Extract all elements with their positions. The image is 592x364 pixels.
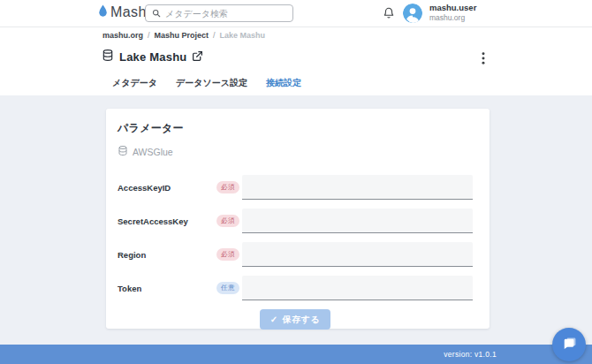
parameters-card: パラメーター AWSGlue AccessKeyID 必須 SecretAcce…	[106, 109, 490, 329]
notifications-button[interactable]	[381, 6, 397, 22]
breadcrumb-item-org[interactable]: mashu.org	[102, 31, 143, 40]
water-drop-icon	[98, 4, 108, 20]
field-label: Token	[118, 284, 216, 293]
footer-bar: version: v1.0.1	[0, 345, 592, 364]
chat-bubble-icon	[561, 335, 578, 355]
breadcrumb-separator: /	[148, 31, 150, 40]
required-badge: 必須	[216, 181, 239, 193]
field-row-region: Region 必須	[118, 242, 473, 267]
save-row: ✓ 保存する	[118, 309, 473, 330]
user-avatar[interactable]	[403, 4, 422, 23]
breadcrumb-separator: /	[213, 31, 216, 40]
page-title: Lake Mashu	[119, 50, 186, 64]
secretaccesskey-input[interactable]	[242, 209, 473, 233]
database-icon	[118, 144, 128, 160]
save-button-label: 保存する	[283, 314, 320, 326]
kebab-icon	[482, 52, 485, 64]
datasource-row: AWSGlue	[118, 144, 473, 160]
tab-datasource-settings[interactable]: データソース設定	[176, 74, 247, 96]
tab-connection-settings[interactable]: 接続設定	[266, 74, 301, 96]
external-link-icon[interactable]	[192, 49, 203, 65]
user-name: mashu.user	[429, 4, 476, 13]
bell-icon	[383, 6, 395, 23]
tab-bar: メタデータ データソース設定 接続設定	[112, 74, 301, 96]
content-area: パラメーター AWSGlue AccessKeyID 必須 SecretAcce…	[0, 95, 592, 345]
field-row-secretaccesskey: SecretAccessKey 必須	[118, 209, 473, 233]
search-icon	[152, 5, 161, 21]
field-label: SecretAccessKey	[118, 216, 216, 226]
field-row-accesskeyid: AccessKeyID 必須	[118, 175, 473, 200]
breadcrumb-item-project[interactable]: Mashu Project	[155, 31, 209, 40]
optional-badge: 任意	[216, 282, 239, 294]
datasource-name: AWSGlue	[133, 147, 173, 157]
metadata-search	[145, 4, 293, 22]
app-window: Mashu mashu.user mashu.org mashu.or	[0, 0, 592, 364]
breadcrumb: mashu.org / Mashu Project / Lake Mashu	[0, 27, 592, 43]
check-icon: ✓	[270, 315, 278, 324]
field-row-token: Token 任意	[118, 276, 473, 300]
region-input[interactable]	[242, 242, 473, 267]
token-input[interactable]	[242, 276, 473, 300]
field-label: Region	[118, 250, 216, 260]
page-title-row: Lake Mashu	[102, 49, 203, 65]
card-heading: パラメーター	[118, 121, 473, 136]
required-badge: 必須	[216, 248, 239, 261]
tab-metadata[interactable]: メタデータ	[112, 74, 157, 96]
search-input[interactable]	[165, 9, 286, 19]
required-badge: 必須	[216, 215, 239, 227]
person-icon	[403, 4, 422, 23]
form-fields: AccessKeyID 必須 SecretAccessKey 必須 Region…	[118, 175, 473, 300]
user-org: mashu.org	[429, 14, 476, 23]
field-label: AccessKeyID	[118, 183, 216, 193]
user-info[interactable]: mashu.user mashu.org	[429, 4, 476, 23]
more-options-button[interactable]	[476, 51, 490, 65]
chat-widget-button[interactable]	[552, 328, 586, 361]
top-header: Mashu mashu.user mashu.org	[0, 0, 592, 27]
version-label: version: v1.0.1	[444, 350, 497, 359]
database-icon	[102, 49, 114, 65]
save-button[interactable]: ✓ 保存する	[260, 309, 330, 330]
breadcrumb-item-current: Lake Mashu	[220, 31, 266, 40]
accesskeyid-input[interactable]	[242, 175, 473, 200]
